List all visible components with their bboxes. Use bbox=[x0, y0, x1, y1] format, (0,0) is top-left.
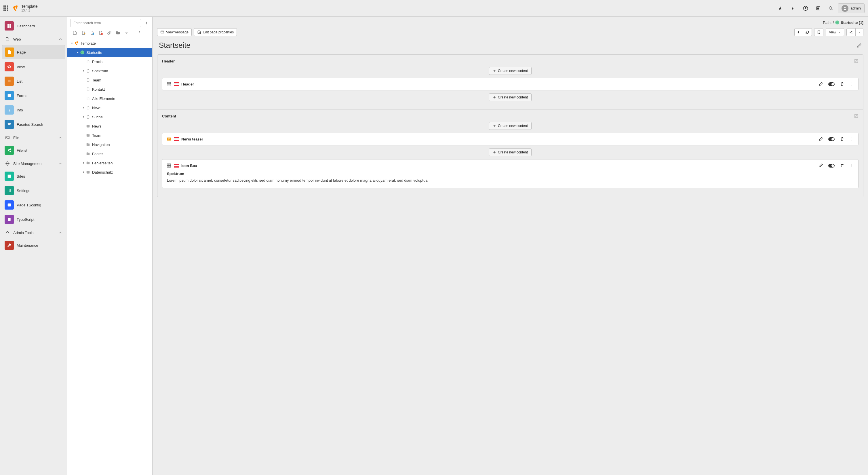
new-page-delete-icon[interactable] bbox=[97, 29, 104, 36]
visibility-toggle[interactable] bbox=[828, 137, 835, 141]
tree-node[interactable]: Fehlerseiten bbox=[67, 158, 152, 168]
ce-body-title: Spektrum bbox=[167, 172, 854, 176]
module-view[interactable]: View bbox=[2, 60, 65, 74]
tree-node[interactable]: Praxis bbox=[67, 57, 152, 66]
content-element-icon-box: Icon Box Spektrum Lorem ipsum dol bbox=[162, 159, 859, 188]
new-page-hidden-icon[interactable] bbox=[80, 29, 87, 36]
svg-line-47 bbox=[850, 31, 852, 32]
delete-icon[interactable] bbox=[840, 137, 844, 141]
collapse-tree-icon[interactable] bbox=[144, 20, 149, 26]
user-menu-button[interactable]: admin bbox=[838, 3, 865, 13]
module-group-admin[interactable]: Admin Tools bbox=[2, 227, 65, 238]
edit-page-properties-button[interactable]: Edit page properties bbox=[194, 28, 237, 36]
tree-root[interactable]: Template bbox=[67, 38, 152, 48]
tree-node[interactable]: News bbox=[67, 103, 152, 112]
svg-rect-31 bbox=[8, 218, 10, 221]
flag-austria-icon bbox=[174, 164, 179, 168]
breadcrumb: Path: / Startseite [1] bbox=[823, 20, 863, 25]
tree-node[interactable]: News bbox=[67, 121, 152, 131]
ce-type-grid-icon bbox=[166, 163, 172, 168]
share-button[interactable] bbox=[846, 28, 856, 36]
svg-rect-15 bbox=[8, 94, 11, 97]
new-page-icon[interactable] bbox=[71, 29, 78, 36]
svg-point-44 bbox=[849, 32, 850, 32]
module-filelist[interactable]: Filelist bbox=[2, 143, 65, 157]
svg-rect-42 bbox=[161, 31, 164, 33]
edit-title-icon[interactable] bbox=[857, 43, 862, 48]
link-icon[interactable] bbox=[106, 29, 113, 36]
delete-icon[interactable] bbox=[840, 163, 844, 168]
more-icon[interactable] bbox=[849, 137, 854, 141]
module-typoscript[interactable]: TypoScript bbox=[2, 212, 65, 226]
delete-icon[interactable] bbox=[840, 82, 844, 86]
folder-icon[interactable] bbox=[115, 29, 121, 36]
ce-type-icon bbox=[166, 82, 172, 87]
share-dropdown-button[interactable] bbox=[855, 28, 863, 36]
svg-point-46 bbox=[851, 33, 852, 33]
module-page[interactable]: Page bbox=[2, 45, 65, 59]
tree-node[interactable]: Navigation bbox=[67, 140, 152, 149]
edit-column-icon[interactable] bbox=[854, 114, 859, 118]
svg-point-74 bbox=[851, 167, 852, 167]
brand-name: Template bbox=[21, 4, 38, 9]
tree-node[interactable]: Team bbox=[67, 131, 152, 140]
module-sites[interactable]: Sites bbox=[2, 169, 65, 183]
apps-switcher-icon[interactable] bbox=[3, 5, 9, 11]
svg-point-29 bbox=[10, 190, 11, 190]
cache-flush-button[interactable] bbox=[794, 28, 803, 36]
tree-node[interactable]: Alle Elemente bbox=[67, 94, 152, 103]
chevron-up-icon bbox=[58, 231, 62, 235]
module-faceted-search[interactable]: Faceted Search bbox=[2, 117, 65, 131]
module-maintenance[interactable]: Maintenance bbox=[2, 238, 65, 252]
chevron-up-icon bbox=[58, 136, 62, 140]
module-dashboard[interactable]: Dashboard bbox=[2, 19, 65, 33]
edit-icon[interactable] bbox=[818, 82, 823, 86]
more-icon[interactable] bbox=[849, 82, 854, 86]
create-content-button[interactable]: Create new content bbox=[489, 122, 532, 130]
topbar: Template 13.4.1 admin bbox=[0, 0, 868, 17]
tree-node[interactable]: Suche bbox=[67, 112, 152, 121]
bookmark-page-button[interactable] bbox=[814, 28, 824, 36]
visibility-toggle[interactable] bbox=[828, 164, 835, 168]
tree-search-input[interactable] bbox=[70, 19, 141, 27]
svg-point-37 bbox=[139, 31, 140, 32]
list-icon[interactable] bbox=[812, 3, 824, 14]
svg-rect-30 bbox=[8, 204, 11, 207]
ce-type-plugin-icon bbox=[166, 137, 172, 142]
more-icon[interactable] bbox=[849, 163, 854, 168]
module-settings[interactable]: Settings bbox=[2, 184, 65, 198]
svg-rect-10 bbox=[7, 26, 9, 28]
help-icon[interactable] bbox=[800, 3, 811, 14]
edit-icon[interactable] bbox=[818, 137, 823, 141]
tree-node[interactable]: Startseite bbox=[67, 48, 152, 57]
search-icon[interactable] bbox=[825, 3, 837, 14]
create-content-button[interactable]: Create new content bbox=[489, 93, 532, 101]
visibility-toggle[interactable] bbox=[828, 82, 835, 86]
tree-node[interactable]: Kontakt bbox=[67, 85, 152, 94]
svg-point-65 bbox=[851, 140, 852, 141]
edit-column-icon[interactable] bbox=[854, 59, 859, 63]
tree-node[interactable]: Footer bbox=[67, 149, 152, 158]
view-webpage-button[interactable]: View webpage bbox=[157, 28, 192, 36]
module-group-file[interactable]: File bbox=[2, 132, 65, 143]
module-forms[interactable]: Forms bbox=[2, 89, 65, 102]
module-tsconfig[interactable]: Page TSconfig bbox=[2, 198, 65, 212]
bookmark-icon[interactable] bbox=[774, 3, 786, 14]
tree-node[interactable]: Spektrum bbox=[67, 66, 152, 76]
separator-icon[interactable] bbox=[123, 29, 130, 36]
page-title: Startseite bbox=[159, 41, 190, 50]
refresh-button[interactable] bbox=[803, 28, 812, 36]
tree-node[interactable]: Datenschutz bbox=[67, 168, 152, 177]
edit-icon[interactable] bbox=[818, 163, 823, 168]
cache-icon[interactable] bbox=[787, 3, 799, 14]
new-page-draft-icon[interactable] bbox=[89, 29, 96, 36]
module-list[interactable]: List bbox=[2, 74, 65, 88]
more-icon[interactable] bbox=[136, 29, 143, 36]
tree-node[interactable]: Team bbox=[67, 76, 152, 85]
module-group-web[interactable]: Web bbox=[2, 33, 65, 45]
create-content-button[interactable]: Create new content bbox=[489, 148, 532, 156]
module-info[interactable]: Info bbox=[2, 103, 65, 117]
view-dropdown-button[interactable]: View bbox=[826, 28, 844, 36]
create-content-button[interactable]: Create new content bbox=[489, 67, 532, 75]
module-group-site[interactable]: Site Management bbox=[2, 158, 65, 169]
